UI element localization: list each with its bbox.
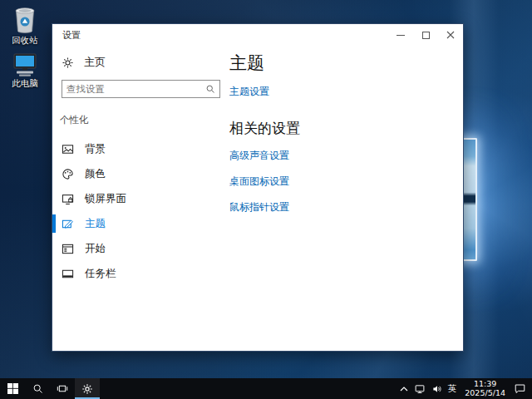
action-center-button[interactable] [514, 383, 526, 394]
clock-time: 11:39 [474, 379, 496, 388]
task-view-icon [57, 383, 68, 394]
clock-date: 2025/5/14 [465, 388, 505, 397]
sidebar-item-lock-screen[interactable]: 锁屏界面 [52, 186, 229, 211]
theme-settings-link[interactable]: 主题设置 [229, 85, 269, 99]
themes-icon [62, 218, 74, 230]
sidebar-item-label: 背景 [85, 142, 106, 156]
desktop-icon-recycle-bin[interactable]: 回收站 [1, 4, 49, 47]
taskbar-search-button[interactable] [25, 378, 50, 399]
sidebar-item-home[interactable]: 主页 [62, 52, 229, 72]
page-title: 主题 [229, 52, 463, 74]
sidebar-item-taskbar[interactable]: 任务栏 [52, 261, 229, 286]
notification-icon [514, 383, 526, 394]
settings-sidebar: 主页 个性化 [52, 46, 229, 351]
input-method-indicator[interactable]: 英 [448, 384, 457, 393]
windows-logo-icon [7, 383, 18, 394]
task-view-button[interactable] [50, 378, 75, 399]
close-icon [446, 31, 455, 39]
sidebar-item-start[interactable]: 开始 [52, 236, 229, 261]
settings-main-pane: 主题 主题设置 相关的设置 高级声音设置 桌面图标设置 鼠标指针设置 [229, 46, 463, 351]
gear-icon [62, 57, 74, 69]
desktop-icon-this-pc[interactable]: 此电脑 [1, 52, 49, 90]
lock-screen-icon [62, 193, 74, 205]
recycle-bin-icon [11, 4, 39, 34]
close-button[interactable] [438, 24, 463, 46]
maximize-icon [422, 32, 430, 39]
minimize-icon [397, 35, 405, 36]
mouse-pointer-settings-link[interactable]: 鼠标指针设置 [229, 200, 289, 214]
related-settings-title: 相关的设置 [229, 119, 463, 138]
background-icon [62, 143, 74, 155]
system-tray: 英 11:39 2025/5/14 [400, 378, 532, 399]
sidebar-item-label: 主题 [85, 217, 106, 231]
desktop-icon-label: 此电脑 [1, 78, 49, 90]
taskbar-clock[interactable]: 11:39 2025/5/14 [465, 380, 505, 397]
sidebar-item-label: 锁屏界面 [85, 192, 126, 206]
sidebar-item-label: 颜色 [85, 167, 106, 181]
show-hidden-icons-button[interactable] [400, 387, 408, 392]
taskbar-settings-app[interactable] [75, 378, 100, 399]
start-icon [62, 243, 74, 255]
desktop-icon-settings-link[interactable]: 桌面图标设置 [229, 175, 289, 189]
search-input[interactable] [66, 83, 205, 95]
sidebar-item-themes[interactable]: 主题 [52, 211, 229, 236]
volume-tray-button[interactable] [431, 384, 442, 394]
advanced-sound-settings-link[interactable]: 高级声音设置 [229, 149, 289, 163]
this-pc-icon [11, 52, 39, 77]
chevron-up-icon [400, 387, 408, 392]
desktop-icon-label: 回收站 [1, 35, 49, 47]
taskbar: 英 11:39 2025/5/14 [0, 378, 532, 399]
sidebar-item-label: 任务栏 [85, 267, 116, 281]
sidebar-nav: 背景 颜色 [52, 136, 229, 286]
maximize-button[interactable] [413, 24, 438, 46]
gear-icon [81, 383, 93, 395]
sidebar-section-label: 个性化 [60, 114, 229, 126]
titlebar[interactable]: 设置 [52, 24, 463, 46]
colors-icon [62, 168, 74, 180]
network-tray-button[interactable] [414, 383, 426, 394]
settings-search-box[interactable] [62, 80, 220, 98]
taskbar-icon [62, 268, 74, 280]
network-icon [414, 383, 426, 394]
sidebar-home-label: 主页 [84, 55, 106, 70]
minimize-button[interactable] [388, 24, 413, 46]
sidebar-item-background[interactable]: 背景 [52, 136, 229, 161]
settings-window: 设置 主页 [52, 23, 464, 352]
search-icon [205, 84, 215, 94]
sidebar-item-colors[interactable]: 颜色 [52, 161, 229, 186]
window-title: 设置 [62, 29, 81, 42]
start-button[interactable] [0, 378, 25, 399]
search-icon [32, 383, 43, 394]
desktop: 回收站 此电脑 设置 [0, 0, 532, 399]
sidebar-item-label: 开始 [85, 242, 106, 256]
volume-icon [431, 384, 442, 394]
